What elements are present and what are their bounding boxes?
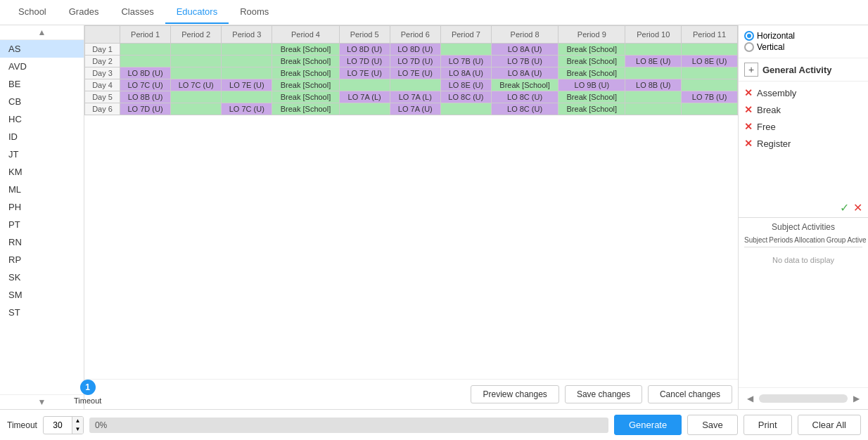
timeout-up-button[interactable]: ▲ (72, 417, 83, 425)
cell-day3-period5[interactable]: LO 7E (U) (339, 67, 390, 79)
scroll-right-arrow[interactable]: ▶ (850, 392, 862, 405)
cell-day6-period6[interactable]: LO 7A (U) (390, 103, 440, 115)
cell-day2-period9[interactable]: Break [School] (559, 56, 625, 67)
sidebar-item-cb[interactable]: CB (0, 93, 84, 110)
cell-day1-period11[interactable] (682, 44, 738, 56)
cell-day3-period9[interactable]: Break [School] (559, 67, 625, 79)
cell-day5-period2[interactable] (171, 91, 222, 103)
cell-day5-period6[interactable]: LO 7A (L) (390, 91, 440, 103)
cell-day2-period1[interactable] (120, 56, 171, 67)
cell-day5-period5[interactable]: LO 7A (L) (339, 91, 390, 103)
cell-day6-period1[interactable]: LO 7D (U) (120, 103, 171, 115)
sidebar-item-jt[interactable]: JT (0, 145, 84, 163)
cell-day2-period5[interactable]: LO 7D (U) (339, 56, 390, 67)
cell-day5-period3[interactable] (222, 91, 272, 103)
cell-day6-period2[interactable] (171, 103, 222, 115)
add-activity-button[interactable]: + (744, 63, 758, 77)
cell-day4-period1[interactable]: LO 7C (U) (120, 79, 171, 91)
cell-day6-period4[interactable]: Break [School] (272, 103, 339, 115)
sidebar-item-as[interactable]: AS (0, 40, 84, 58)
cell-day1-period4[interactable]: Break [School] (272, 44, 339, 56)
cell-day6-period10[interactable] (625, 103, 682, 115)
generate-button[interactable]: Generate (614, 415, 682, 435)
cell-day2-period6[interactable]: LO 7D (U) (390, 56, 440, 67)
sidebar-item-id[interactable]: ID (0, 128, 84, 145)
cell-day2-period2[interactable] (171, 56, 222, 67)
cell-day4-period5[interactable] (339, 79, 390, 91)
cell-day5-period1[interactable]: LO 8B (U) (120, 91, 171, 103)
timeout-input[interactable] (44, 418, 72, 433)
tab-grades[interactable]: Grades (58, 1, 110, 24)
cell-day2-period3[interactable] (222, 56, 272, 67)
cell-day2-period8[interactable]: LO 7B (U) (491, 56, 558, 67)
cell-day1-period8[interactable]: LO 8A (U) (491, 44, 558, 56)
sidebar-scroll-up[interactable]: ▲ (0, 25, 84, 40)
cell-day3-period4[interactable]: Break [School] (272, 67, 339, 79)
cell-day1-period10[interactable] (625, 44, 682, 56)
cell-day2-period10[interactable]: LO 8E (U) (625, 56, 682, 67)
cell-day5-period10[interactable] (625, 91, 682, 103)
tab-rooms[interactable]: Rooms (229, 1, 280, 24)
tab-classes[interactable]: Classes (110, 1, 165, 24)
cell-day4-period3[interactable]: LO 7E (U) (222, 79, 272, 91)
cell-day5-period7[interactable]: LO 8C (U) (440, 91, 491, 103)
preview-changes-button[interactable]: Preview changes (471, 385, 559, 403)
cell-day3-period1[interactable]: LO 8D (U) (120, 67, 171, 79)
save-button[interactable]: Save (687, 415, 738, 435)
cell-day6-period9[interactable]: Break [School] (559, 103, 625, 115)
cell-day3-period6[interactable]: LO 7E (U) (390, 67, 440, 79)
sidebar-item-km[interactable]: KM (0, 163, 84, 181)
cell-day4-period2[interactable]: LO 7C (U) (171, 79, 222, 91)
cell-day1-period2[interactable] (171, 44, 222, 56)
confirm-activity-button[interactable]: ✓ (840, 201, 849, 214)
sidebar-item-avd[interactable]: AVD (0, 58, 84, 75)
sidebar-item-hc[interactable]: HC (0, 110, 84, 128)
sidebar-item-rn[interactable]: RN (0, 233, 84, 251)
sidebar-item-sk[interactable]: SK (0, 268, 84, 286)
cell-day4-period4[interactable]: Break [School] (272, 79, 339, 91)
cancel-changes-button[interactable]: Cancel changes (648, 385, 732, 403)
remove-activity-free[interactable]: ✕ (744, 121, 753, 132)
sidebar-item-be[interactable]: BE (0, 75, 84, 93)
clear-all-button[interactable]: Clear All (798, 415, 861, 435)
remove-activity-register[interactable]: ✕ (744, 138, 753, 149)
sidebar-item-sm[interactable]: SM (0, 286, 84, 304)
cell-day6-period3[interactable]: LO 7C (U) (222, 103, 272, 115)
remove-activity-assembly[interactable]: ✕ (744, 87, 753, 98)
cell-day5-period4[interactable]: Break [School] (272, 91, 339, 103)
cell-day6-period5[interactable] (339, 103, 390, 115)
cell-day3-period3[interactable] (222, 67, 272, 79)
cell-day1-period7[interactable] (440, 44, 491, 56)
discard-activity-button[interactable]: ✕ (853, 201, 862, 214)
cell-day3-period7[interactable]: LO 8A (U) (440, 67, 491, 79)
save-changes-button[interactable]: Save changes (565, 385, 642, 403)
remove-activity-break[interactable]: ✕ (744, 104, 753, 115)
cell-day3-period10[interactable] (625, 67, 682, 79)
cell-day4-period10[interactable]: LO 8B (U) (625, 79, 682, 91)
sidebar-item-pt[interactable]: PT (0, 216, 84, 233)
horizontal-radio[interactable] (744, 31, 754, 41)
cell-day2-period11[interactable]: LO 8E (U) (682, 56, 738, 67)
cell-day4-period6[interactable] (390, 79, 440, 91)
cell-day3-period11[interactable] (682, 67, 738, 79)
sidebar-item-st[interactable]: ST (0, 304, 84, 321)
sidebar-item-rp[interactable]: RP (0, 251, 84, 268)
timeout-down-button[interactable]: ▼ (72, 425, 83, 434)
cell-day5-period9[interactable]: Break [School] (559, 91, 625, 103)
tab-educators[interactable]: Educators (165, 1, 229, 24)
cell-day6-period7[interactable] (440, 103, 491, 115)
cell-day4-period7[interactable]: LO 8E (U) (440, 79, 491, 91)
cell-day6-period11[interactable] (682, 103, 738, 115)
cell-day1-period3[interactable] (222, 44, 272, 56)
cell-day4-period11[interactable] (682, 79, 738, 91)
schedule-wrapper[interactable]: Period 1Period 2Period 3Period 4Period 5… (84, 25, 738, 379)
cell-day4-period8[interactable]: Break [School] (491, 79, 558, 91)
cell-day1-period1[interactable] (120, 44, 171, 56)
cell-day5-period8[interactable]: LO 8C (U) (491, 91, 558, 103)
sidebar-item-ml[interactable]: ML (0, 181, 84, 198)
cell-day1-period9[interactable]: Break [School] (559, 44, 625, 56)
cell-day5-period11[interactable]: LO 7B (U) (682, 91, 738, 103)
cell-day2-period7[interactable]: LO 7B (U) (440, 56, 491, 67)
cell-day6-period8[interactable]: LO 8C (U) (491, 103, 558, 115)
sidebar-scroll-down[interactable]: ▼ (0, 394, 84, 409)
